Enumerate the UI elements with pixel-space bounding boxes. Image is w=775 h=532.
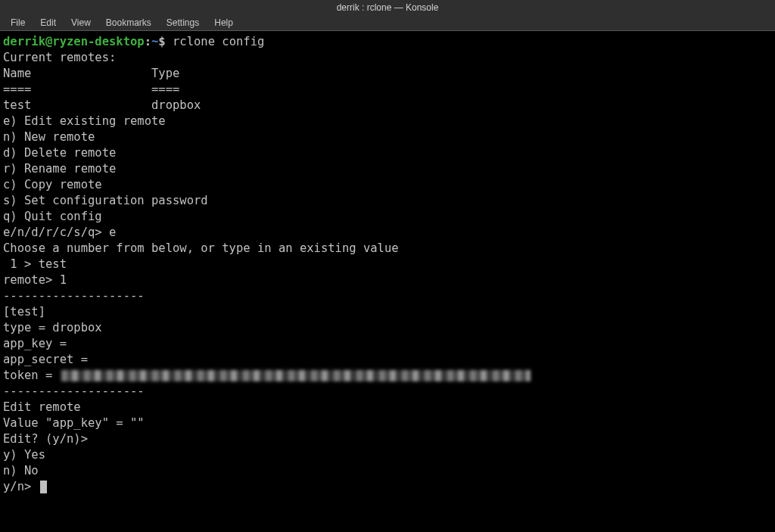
out-line: c) Copy remote [3, 177, 772, 193]
out-line: token = [3, 368, 772, 384]
out-line: [test] [3, 304, 772, 320]
prompt-path: ~ [151, 35, 158, 48]
out-line: y/n> [3, 479, 772, 495]
out-line: type = dropbox [3, 320, 772, 336]
menu-bookmarks[interactable]: Bookmarks [98, 17, 159, 28]
out-line: test dropbox [3, 98, 772, 114]
typed-command: rclone config [173, 35, 264, 48]
out-line: y) Yes [3, 447, 772, 463]
window-title: derrik : rclone — Konsole [337, 2, 439, 13]
out-line: e) Edit existing remote [3, 114, 772, 129]
menu-help[interactable]: Help [207, 17, 241, 28]
prompt-line: derrik@ryzen-desktop:~$ rclone config [3, 34, 772, 50]
out-line: ==== ==== [3, 82, 772, 98]
out-line: n) No [3, 463, 772, 479]
terminal-cursor[interactable] [40, 481, 47, 493]
out-line: app_secret = [3, 352, 772, 368]
out-line: app_key = [3, 336, 772, 352]
menu-edit[interactable]: Edit [33, 17, 64, 28]
out-line: -------------------- [3, 384, 772, 400]
out-line: q) Quit config [3, 209, 772, 225]
out-line: Edit remote [3, 400, 772, 415]
out-line: d) Delete remote [3, 145, 772, 161]
out-line: -------------------- [3, 288, 772, 304]
prompt-colon: : [145, 35, 151, 48]
menu-file[interactable]: File [3, 17, 33, 28]
menu-view[interactable]: View [64, 17, 98, 28]
out-line: e/n/d/r/c/s/q> e [3, 225, 772, 241]
out-line: r) Rename remote [3, 161, 772, 177]
token-label: token = [3, 369, 60, 382]
menu-settings[interactable]: Settings [159, 17, 207, 28]
token-redacted [61, 370, 531, 381]
prompt-marker: $ [158, 35, 173, 48]
out-line: Value "app_key" = "" [3, 415, 772, 431]
terminal-output[interactable]: derrik@ryzen-desktop:~$ rclone config Cu… [0, 31, 775, 498]
prompt-user-host: derrik@ryzen-desktop [3, 35, 145, 48]
out-line: remote> 1 [3, 272, 772, 288]
menubar: File Edit View Bookmarks Settings Help [0, 15, 775, 31]
out-line: n) New remote [3, 129, 772, 145]
out-line: Choose a number from below, or type in a… [3, 241, 772, 257]
out-line: Name Type [3, 66, 772, 82]
out-line: Edit? (y/n)> [3, 431, 772, 447]
out-line: s) Set configuration password [3, 193, 772, 209]
input-prompt: y/n> [3, 480, 39, 493]
out-line: 1 > test [3, 257, 772, 272]
out-line: Current remotes: [3, 50, 772, 66]
window-titlebar: derrik : rclone — Konsole [0, 0, 775, 15]
